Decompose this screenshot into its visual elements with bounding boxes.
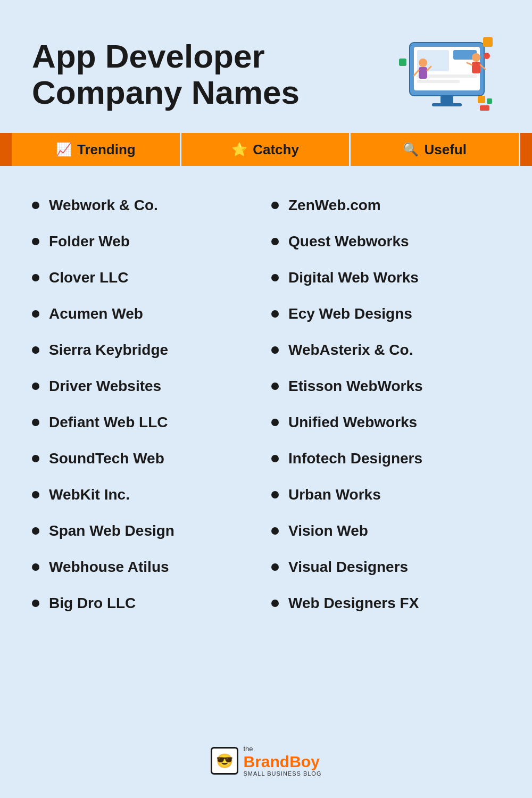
tab-catchy-label: Catchy [253,142,299,158]
content-section: Webwork & Co.Folder WebClover LLCAcumen … [0,166,532,729]
list-item: Webhouse Atilus [32,549,261,585]
tab-accent-left [0,133,12,166]
page-header: App Developer Company Names [0,0,532,133]
svg-rect-7 [432,103,462,106]
svg-point-8 [419,59,427,67]
svg-rect-16 [483,37,493,47]
svg-rect-17 [399,59,406,66]
list-item: Urban Works [271,477,500,513]
bullet-icon [271,202,279,209]
header-illustration [394,27,500,122]
list-item: SoundTech Web [32,440,261,477]
useful-icon: 🔍 [403,142,419,157]
brand-logo: 😎 the BrandBoy SMALL BUSINESS BLOG [211,745,322,777]
brand-name-accent: Boy [289,753,320,770]
bullet-icon [32,419,39,426]
company-name: SoundTech Web [49,450,164,467]
list-item: WebKit Inc. [32,477,261,513]
list-item: Web Designers FX [271,585,500,621]
company-name: Vision Web [288,522,368,539]
tab-trending-label: Trending [77,142,136,158]
svg-rect-20 [487,98,492,104]
bullet-icon [32,527,39,535]
company-name: Etisson WebWorks [288,378,423,395]
brand-the: the [244,745,322,753]
list-item: Etisson WebWorks [271,368,500,404]
tab-accent-right [520,133,532,166]
list-item: Webwork & Co. [32,187,261,223]
bullet-icon [271,419,279,426]
bullet-icon [32,455,39,462]
svg-rect-13 [472,62,480,73]
list-item: Sierra Keybridge [32,332,261,368]
company-name: Unified Webworks [288,414,417,431]
tabs-bar: 📈 Trending ⭐ Catchy 🔍 Useful [0,133,532,166]
list-item: Acumen Web [32,296,261,332]
company-name: Driver Websites [49,378,161,395]
list-item: Ecy Web Designs [271,296,500,332]
brand-name-plain: Brand [244,753,290,770]
company-name: Acumen Web [49,305,143,322]
list-item: Infotech Designers [271,440,500,477]
tab-trending[interactable]: 📈 Trending [12,133,181,166]
page-title: App Developer Company Names [32,38,319,111]
company-name: Sierra Keybridge [49,342,168,359]
svg-point-12 [472,53,480,62]
bullet-icon [32,346,39,354]
bullet-icon [32,274,39,281]
list-item: Clover LLC [32,260,261,296]
svg-rect-9 [419,67,427,79]
bullet-icon [271,346,279,354]
company-name: WebKit Inc. [49,486,130,503]
right-column: ZenWeb.comQuest WebworksDigital Web Work… [271,187,500,621]
bullet-icon [32,383,39,390]
brand-icon: 😎 [211,747,238,775]
list-item: ZenWeb.com [271,187,500,223]
company-names-grid: Webwork & Co.Folder WebClover LLCAcumen … [32,187,500,621]
svg-rect-5 [417,80,460,83]
svg-rect-21 [480,105,489,111]
bullet-icon [271,527,279,535]
bullet-icon [271,274,279,281]
company-name: WebAsterix & Co. [288,342,413,359]
page-footer: 😎 the BrandBoy SMALL BUSINESS BLOG [0,729,532,798]
bullet-icon [32,310,39,318]
tab-catchy[interactable]: ⭐ Catchy [181,133,351,166]
bullet-icon [32,491,39,498]
list-item: Quest Webworks [271,223,500,260]
bullet-icon [271,491,279,498]
svg-rect-6 [440,96,453,103]
company-name: Defiant Web LLC [49,414,168,431]
company-name: Quest Webworks [288,233,409,250]
company-name: Web Designers FX [288,595,419,612]
list-item: Unified Webworks [271,404,500,440]
list-item: Driver Websites [32,368,261,404]
left-column: Webwork & Co.Folder WebClover LLCAcumen … [32,187,261,621]
bullet-icon [271,310,279,318]
company-name: Visual Designers [288,559,408,576]
brand-text: the BrandBoy SMALL BUSINESS BLOG [244,745,322,777]
bullet-icon [32,238,39,245]
catchy-icon: ⭐ [231,142,247,157]
bullet-icon [32,202,39,209]
bullet-icon [271,563,279,571]
list-item: Vision Web [271,513,500,549]
list-item: Folder Web [32,223,261,260]
bullet-icon [32,600,39,607]
company-name: Infotech Designers [288,450,422,467]
company-name: Folder Web [49,233,130,250]
brand-name: BrandBoy [244,753,322,770]
bullet-icon [271,238,279,245]
tab-useful-label: Useful [424,142,466,158]
company-name: Span Web Design [49,522,174,539]
company-name: Clover LLC [49,269,128,286]
svg-point-18 [484,53,490,59]
bullet-icon [271,600,279,607]
svg-rect-19 [478,96,485,103]
bullet-icon [271,383,279,390]
bullet-icon [32,563,39,571]
company-name: Big Dro LLC [49,595,136,612]
tab-useful[interactable]: 🔍 Useful [351,133,520,166]
company-name: ZenWeb.com [288,197,381,214]
brand-tagline: SMALL BUSINESS BLOG [244,770,322,777]
